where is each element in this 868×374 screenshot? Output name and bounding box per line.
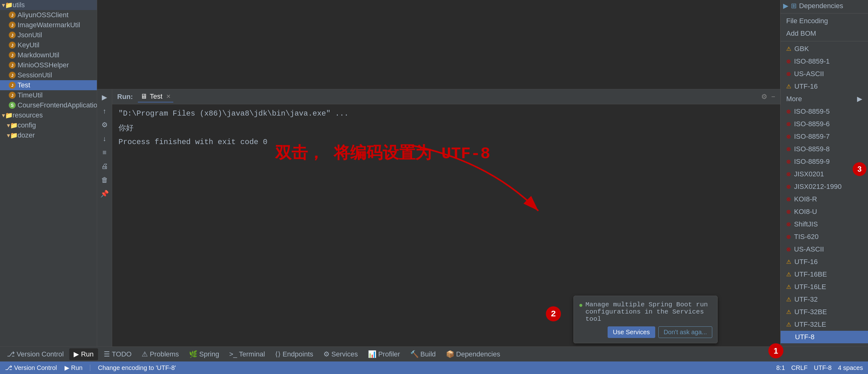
encoding-more-item[interactable]: ⊗US-ASCII [781, 68, 868, 80]
encoding-item[interactable]: ⚠UTF-32LE [781, 318, 868, 331]
enc-label: KOI8-U [794, 208, 817, 216]
encoding-item[interactable]: ⊗KOI8-U [781, 206, 868, 218]
bottom-tab-problems[interactable]: ⚠ Problems [137, 348, 183, 360]
run-up-button[interactable]: ↑ [99, 105, 110, 117]
encoding-item[interactable]: UTF-8 [781, 331, 868, 343]
status-encoding[interactable]: UTF-8 [814, 364, 832, 372]
encoding-more-item[interactable]: ⚠GBK [781, 42, 868, 55]
status-position[interactable]: 8:1 [776, 364, 785, 372]
encoding-more-submenu[interactable]: More▶ [781, 93, 868, 105]
file-encoding-item[interactable]: File Encoding [781, 15, 868, 27]
enc-label: UTF-16 [794, 82, 818, 91]
tree-item[interactable]: ▾📁resources [0, 110, 97, 120]
enc-label: ISO-8859-1 [794, 57, 830, 65]
status-git[interactable]: ⎇ Version Control [5, 364, 57, 372]
bottom-tab-run[interactable]: ▶ Run [69, 348, 98, 360]
encoding-item[interactable]: ⊗JISX0212-1990 [781, 180, 868, 193]
tab-label: Version Control [17, 350, 64, 359]
encoding-item[interactable]: ⊗US-ASCII [781, 243, 868, 256]
tree-item[interactable]: JMarkdownUtil [0, 50, 97, 60]
tree-item[interactable]: SCourseFrontendApplication [0, 100, 97, 110]
bottom-tab-endpoints[interactable]: ⟨⟩ Endpoints [271, 348, 318, 360]
encoding-item[interactable]: ⊗ISO-8859-5 [781, 105, 868, 118]
run-pin-button[interactable]: 📌 [99, 188, 110, 199]
tree-item[interactable]: JAliyunOSSClient [0, 10, 97, 20]
run-tab-close[interactable]: ✕ [166, 93, 171, 100]
tab-icon: ⚙ [323, 350, 330, 359]
java-icon: J [9, 52, 16, 59]
tree-item[interactable]: JJsonUtil [0, 30, 97, 40]
tree-item[interactable]: JMinioOSSHelper [0, 60, 97, 70]
tree-item[interactable]: ▾📁dozer [0, 130, 97, 140]
bottom-tab-version-control[interactable]: ⎇ Version Control [2, 348, 68, 360]
java-icon: J [9, 42, 16, 49]
status-line-ending[interactable]: CRLF [791, 364, 808, 372]
run-trash-button[interactable]: 🗑 [99, 175, 110, 186]
encoding-item[interactable]: ⊗TIS-620 [781, 230, 868, 243]
bottom-tab-services[interactable]: ⚙ Services [319, 348, 362, 360]
encoding-item[interactable]: ⊗ISO-8859-8 [781, 143, 868, 155]
bottom-tab-dependencies[interactable]: 📦 Dependencies [441, 348, 505, 360]
enc-label: ISO-8859-5 [794, 107, 830, 116]
run-settings-button[interactable]: ⚙ [99, 119, 110, 131]
status-indent[interactable]: 4 spaces [838, 364, 863, 372]
folder-icon: ▾📁 [4, 112, 11, 119]
enc-label: US-ASCII [794, 245, 824, 253]
tree-item[interactable]: ▾📁utils [0, 0, 97, 10]
err-icon: ⊗ [786, 108, 791, 115]
err-icon: ⊗ [786, 208, 791, 215]
run-print-button[interactable]: 🖨 [99, 161, 110, 172]
run-settings-icon[interactable]: ⚙ [761, 93, 767, 101]
run-play-button[interactable]: ▶ [99, 92, 110, 103]
tree-item-label: config [18, 121, 36, 129]
encoding-item[interactable]: ⚠UTF-32 [781, 293, 868, 306]
submenu-arrow: ▶ [857, 95, 862, 103]
bottom-tab-build[interactable]: 🔨 Build [406, 348, 440, 360]
bottom-tab-spring[interactable]: 🌿 Spring [185, 348, 224, 360]
run-icon-status: ▶ [65, 364, 69, 372]
tab-label: Build [421, 350, 436, 359]
warn-icon: ⚠ [786, 258, 791, 265]
run-down-button[interactable]: ↓ [99, 133, 110, 145]
err-icon: ⊗ [786, 171, 791, 178]
bottom-tab-todo[interactable]: ☰ TODO [99, 348, 136, 360]
dont-ask-button[interactable]: Don't ask aga... [658, 326, 712, 338]
status-right: 8:1 CRLF UTF-8 4 spaces [776, 364, 863, 372]
encoding-item[interactable]: ⊗KOI8-R [781, 193, 868, 206]
encoding-item[interactable]: ⚠UTF-16BE [781, 268, 868, 281]
run-tab-test[interactable]: 🖥 Test ✕ [138, 91, 173, 102]
editor-area [97, 0, 780, 89]
tree-item[interactable]: JSessionUtil [0, 70, 97, 80]
status-run[interactable]: ▶ Run [65, 364, 83, 372]
encoding-item[interactable]: ⚠UTF-16 [781, 256, 868, 268]
enc-label: UTF-16BE [794, 270, 827, 278]
java-icon: J [9, 62, 16, 69]
encoding-item[interactable]: ⊗ISO-8859-6 [781, 118, 868, 130]
run-header-right: ⚙ − [761, 93, 775, 101]
enc-label: ISO-8859-8 [794, 145, 830, 153]
encoding-item[interactable]: ⊗windows-1250 [781, 343, 868, 346]
run-list-button[interactable]: ≡ [99, 147, 110, 158]
annotation-circle-2: 2 [546, 306, 561, 321]
tree-item-label: resources [12, 111, 43, 119]
bottom-tabs: ⎇ Version Control▶ Run☰ TODO⚠ Problems🌿 … [0, 346, 868, 362]
tree-item[interactable]: JTest [0, 80, 97, 90]
encoding-item[interactable]: ⊗ISO-8859-7 [781, 130, 868, 143]
encoding-more-item[interactable]: ⚠UTF-16 [781, 80, 868, 93]
add-bom-item[interactable]: Add BOM [781, 27, 868, 40]
bottom-tab-terminal[interactable]: >_ Terminal [225, 348, 269, 360]
popup-actions: Use Services Don't ask aga... [579, 326, 712, 338]
enc-label: ShiftJIS [794, 220, 818, 228]
tree-item[interactable]: JImageWatermarkUtil [0, 20, 97, 30]
file-tree-sidebar: ▾📁utilsJAliyunOSSClientJImageWatermarkUt… [0, 0, 97, 346]
encoding-item[interactable]: ⊗ShiftJIS [781, 218, 868, 230]
encoding-item[interactable]: ⚠UTF-32BE [781, 306, 868, 318]
encoding-item[interactable]: ⚠UTF-16LE [781, 281, 868, 293]
tree-item[interactable]: JTimeUtil [0, 90, 97, 100]
tree-item[interactable]: ▾📁config [0, 120, 97, 130]
encoding-more-item[interactable]: ⊗ISO-8859-1 [781, 55, 868, 68]
run-minimize-icon[interactable]: − [771, 93, 775, 101]
use-services-button[interactable]: Use Services [608, 326, 655, 338]
bottom-tab-profiler[interactable]: 📊 Profiler [364, 348, 405, 360]
tree-item[interactable]: JKeyUtil [0, 40, 97, 50]
